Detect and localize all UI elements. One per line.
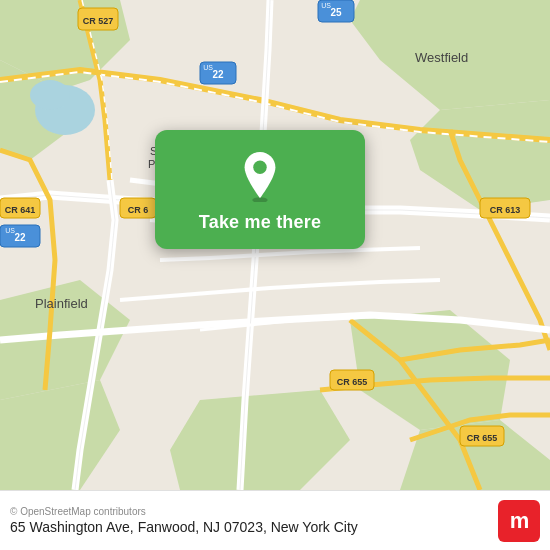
svg-text:CR 655: CR 655 — [467, 433, 498, 443]
svg-text:25: 25 — [330, 7, 342, 18]
svg-text:US: US — [321, 2, 331, 9]
moovit-logo[interactable]: m — [498, 500, 540, 542]
svg-text:CR 655: CR 655 — [337, 377, 368, 387]
svg-text:22: 22 — [212, 69, 224, 80]
svg-point-38 — [253, 161, 266, 174]
address-container: © OpenStreetMap contributors 65 Washingt… — [10, 506, 358, 535]
copyright-text: © OpenStreetMap contributors — [10, 506, 358, 517]
svg-text:22: 22 — [14, 232, 26, 243]
svg-text:CR 613: CR 613 — [490, 205, 521, 215]
svg-text:CR 6: CR 6 — [128, 205, 149, 215]
moovit-icon: m — [498, 500, 540, 542]
svg-text:US: US — [203, 64, 213, 71]
location-pin-icon — [238, 150, 282, 202]
svg-text:Westfield: Westfield — [415, 50, 468, 65]
svg-text:Plainfield: Plainfield — [35, 296, 88, 311]
svg-point-4 — [30, 80, 70, 110]
svg-text:CR 527: CR 527 — [83, 16, 114, 26]
bottom-bar: © OpenStreetMap contributors 65 Washingt… — [0, 490, 550, 550]
svg-text:US: US — [5, 227, 15, 234]
map-container: 22 US CR 527 CR 641 22 US CR 6 CR 613 CR… — [0, 0, 550, 490]
take-me-there-button[interactable]: Take me there — [199, 212, 321, 233]
svg-text:CR 641: CR 641 — [5, 205, 36, 215]
address-text: 65 Washington Ave, Fanwood, NJ 07023, Ne… — [10, 519, 358, 535]
cta-card[interactable]: Take me there — [155, 130, 365, 249]
